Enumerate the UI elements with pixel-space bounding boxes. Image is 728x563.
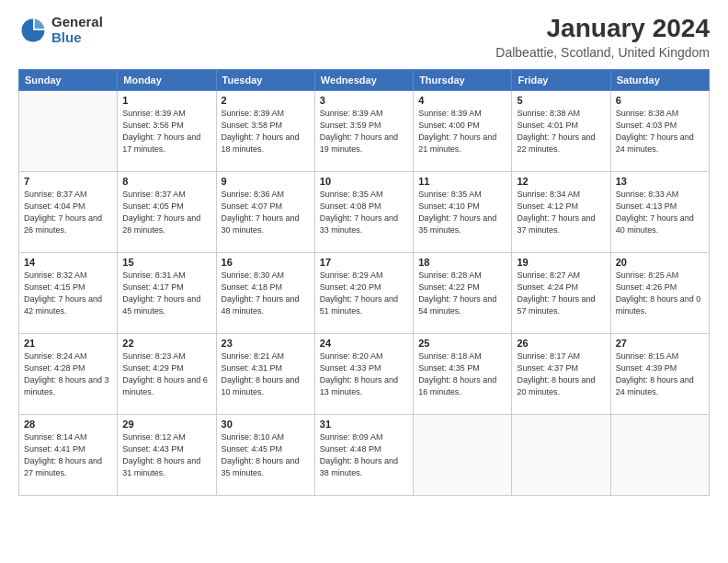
day-number-24: 24 — [320, 338, 408, 349]
day-info-31: Sunrise: 8:09 AM Sunset: 4:48 PM Dayligh… — [320, 431, 408, 479]
cell-4-4 — [414, 414, 512, 495]
day-info-8: Sunrise: 8:37 AM Sunset: 4:05 PM Dayligh… — [122, 189, 210, 236]
logo-blue: Blue — [51, 30, 103, 46]
day-info-15: Sunrise: 8:31 AM Sunset: 4:17 PM Dayligh… — [122, 270, 210, 317]
day-number-22: 22 — [122, 338, 210, 349]
day-info-22: Sunrise: 8:23 AM Sunset: 4:29 PM Dayligh… — [122, 350, 210, 398]
week-row-1: 1Sunrise: 8:39 AM Sunset: 3:56 PM Daylig… — [19, 90, 710, 171]
cell-4-3: 31Sunrise: 8:09 AM Sunset: 4:48 PM Dayli… — [314, 414, 413, 495]
cell-4-6 — [610, 414, 709, 495]
calendar-table: Sunday Monday Tuesday Wednesday Thursday… — [18, 69, 710, 496]
cell-4-1: 29Sunrise: 8:12 AM Sunset: 4:43 PM Dayli… — [118, 414, 216, 495]
day-info-1: Sunrise: 8:39 AM Sunset: 3:56 PM Dayligh… — [122, 108, 210, 155]
cell-3-6: 27Sunrise: 8:15 AM Sunset: 4:39 PM Dayli… — [610, 333, 709, 414]
cell-0-5: 5Sunrise: 8:38 AM Sunset: 4:01 PM Daylig… — [512, 90, 610, 171]
cell-3-4: 25Sunrise: 8:18 AM Sunset: 4:35 PM Dayli… — [414, 333, 512, 414]
day-info-6: Sunrise: 8:38 AM Sunset: 4:03 PM Dayligh… — [616, 108, 704, 155]
cell-2-4: 18Sunrise: 8:28 AM Sunset: 4:22 PM Dayli… — [414, 252, 512, 333]
header: General Blue January 2024 Dalbeattie, Sc… — [18, 15, 710, 60]
day-info-25: Sunrise: 8:18 AM Sunset: 4:35 PM Dayligh… — [418, 350, 506, 398]
day-info-7: Sunrise: 8:37 AM Sunset: 4:04 PM Dayligh… — [24, 189, 112, 236]
day-number-3: 3 — [320, 95, 408, 106]
cell-2-0: 14Sunrise: 8:32 AM Sunset: 4:15 PM Dayli… — [19, 252, 118, 333]
day-info-28: Sunrise: 8:14 AM Sunset: 4:41 PM Dayligh… — [24, 431, 112, 479]
calendar-header-row: Sunday Monday Tuesday Wednesday Thursday… — [19, 69, 710, 90]
day-number-17: 17 — [320, 257, 408, 268]
day-number-23: 23 — [222, 338, 310, 349]
col-sunday: Sunday — [19, 69, 118, 90]
day-info-12: Sunrise: 8:34 AM Sunset: 4:12 PM Dayligh… — [517, 189, 605, 236]
col-friday: Friday — [512, 69, 610, 90]
day-number-28: 28 — [24, 419, 112, 430]
day-info-23: Sunrise: 8:21 AM Sunset: 4:31 PM Dayligh… — [222, 350, 310, 398]
week-row-4: 21Sunrise: 8:24 AM Sunset: 4:28 PM Dayli… — [19, 333, 710, 414]
col-saturday: Saturday — [610, 69, 709, 90]
day-info-17: Sunrise: 8:29 AM Sunset: 4:20 PM Dayligh… — [320, 270, 408, 317]
day-number-1: 1 — [122, 95, 210, 106]
day-number-8: 8 — [122, 176, 210, 187]
cell-0-1: 1Sunrise: 8:39 AM Sunset: 3:56 PM Daylig… — [118, 90, 216, 171]
day-info-29: Sunrise: 8:12 AM Sunset: 4:43 PM Dayligh… — [122, 431, 210, 479]
day-number-12: 12 — [517, 176, 605, 187]
day-info-11: Sunrise: 8:35 AM Sunset: 4:10 PM Dayligh… — [418, 189, 506, 236]
cell-2-6: 20Sunrise: 8:25 AM Sunset: 4:26 PM Dayli… — [610, 252, 709, 333]
cell-0-6: 6Sunrise: 8:38 AM Sunset: 4:03 PM Daylig… — [610, 90, 709, 171]
day-info-21: Sunrise: 8:24 AM Sunset: 4:28 PM Dayligh… — [24, 350, 112, 398]
week-row-2: 7Sunrise: 8:37 AM Sunset: 4:04 PM Daylig… — [19, 171, 710, 252]
cell-1-5: 12Sunrise: 8:34 AM Sunset: 4:12 PM Dayli… — [512, 171, 610, 252]
week-row-3: 14Sunrise: 8:32 AM Sunset: 4:15 PM Dayli… — [19, 252, 710, 333]
cell-3-2: 23Sunrise: 8:21 AM Sunset: 4:31 PM Dayli… — [216, 333, 314, 414]
cell-0-0 — [19, 90, 118, 171]
day-number-29: 29 — [122, 419, 210, 430]
day-number-9: 9 — [222, 176, 310, 187]
day-info-26: Sunrise: 8:17 AM Sunset: 4:37 PM Dayligh… — [517, 350, 605, 398]
month-year: January 2024 — [495, 15, 710, 43]
cell-0-3: 3Sunrise: 8:39 AM Sunset: 3:59 PM Daylig… — [314, 90, 413, 171]
day-info-4: Sunrise: 8:39 AM Sunset: 4:00 PM Dayligh… — [418, 108, 506, 155]
cell-4-5 — [512, 414, 610, 495]
day-number-27: 27 — [616, 338, 704, 349]
day-info-3: Sunrise: 8:39 AM Sunset: 3:59 PM Dayligh… — [320, 108, 408, 155]
cell-3-0: 21Sunrise: 8:24 AM Sunset: 4:28 PM Dayli… — [19, 333, 118, 414]
cell-4-2: 30Sunrise: 8:10 AM Sunset: 4:45 PM Dayli… — [216, 414, 314, 495]
logo: General Blue — [18, 15, 103, 45]
day-number-20: 20 — [616, 257, 704, 268]
day-number-10: 10 — [320, 176, 408, 187]
cell-0-2: 2Sunrise: 8:39 AM Sunset: 3:58 PM Daylig… — [216, 90, 314, 171]
col-tuesday: Tuesday — [216, 69, 314, 90]
day-number-21: 21 — [24, 338, 112, 349]
week-row-5: 28Sunrise: 8:14 AM Sunset: 4:41 PM Dayli… — [19, 414, 710, 495]
day-info-10: Sunrise: 8:35 AM Sunset: 4:08 PM Dayligh… — [320, 189, 408, 236]
page: General Blue January 2024 Dalbeattie, Sc… — [0, 0, 728, 563]
day-number-19: 19 — [517, 257, 605, 268]
day-number-26: 26 — [517, 338, 605, 349]
day-number-31: 31 — [320, 419, 408, 430]
day-number-5: 5 — [517, 95, 605, 106]
day-number-4: 4 — [418, 95, 506, 106]
title-block: January 2024 Dalbeattie, Scotland, Unite… — [495, 15, 710, 60]
logo-icon — [18, 16, 48, 45]
cell-3-3: 24Sunrise: 8:20 AM Sunset: 4:33 PM Dayli… — [314, 333, 413, 414]
day-number-14: 14 — [24, 257, 112, 268]
col-monday: Monday — [118, 69, 216, 90]
cell-2-2: 16Sunrise: 8:30 AM Sunset: 4:18 PM Dayli… — [216, 252, 314, 333]
cell-1-0: 7Sunrise: 8:37 AM Sunset: 4:04 PM Daylig… — [19, 171, 118, 252]
day-number-2: 2 — [222, 95, 310, 106]
day-info-18: Sunrise: 8:28 AM Sunset: 4:22 PM Dayligh… — [418, 270, 506, 317]
col-wednesday: Wednesday — [314, 69, 413, 90]
cell-1-1: 8Sunrise: 8:37 AM Sunset: 4:05 PM Daylig… — [118, 171, 216, 252]
cell-1-2: 9Sunrise: 8:36 AM Sunset: 4:07 PM Daylig… — [216, 171, 314, 252]
cell-0-4: 4Sunrise: 8:39 AM Sunset: 4:00 PM Daylig… — [414, 90, 512, 171]
cell-1-6: 13Sunrise: 8:33 AM Sunset: 4:13 PM Dayli… — [610, 171, 709, 252]
cell-3-5: 26Sunrise: 8:17 AM Sunset: 4:37 PM Dayli… — [512, 333, 610, 414]
cell-2-1: 15Sunrise: 8:31 AM Sunset: 4:17 PM Dayli… — [118, 252, 216, 333]
day-number-7: 7 — [24, 176, 112, 187]
cell-1-4: 11Sunrise: 8:35 AM Sunset: 4:10 PM Dayli… — [414, 171, 512, 252]
day-info-5: Sunrise: 8:38 AM Sunset: 4:01 PM Dayligh… — [517, 108, 605, 155]
cell-3-1: 22Sunrise: 8:23 AM Sunset: 4:29 PM Dayli… — [118, 333, 216, 414]
cell-1-3: 10Sunrise: 8:35 AM Sunset: 4:08 PM Dayli… — [314, 171, 413, 252]
col-thursday: Thursday — [414, 69, 512, 90]
day-info-16: Sunrise: 8:30 AM Sunset: 4:18 PM Dayligh… — [222, 270, 310, 317]
day-info-9: Sunrise: 8:36 AM Sunset: 4:07 PM Dayligh… — [222, 189, 310, 236]
logo-text: General Blue — [51, 15, 103, 45]
